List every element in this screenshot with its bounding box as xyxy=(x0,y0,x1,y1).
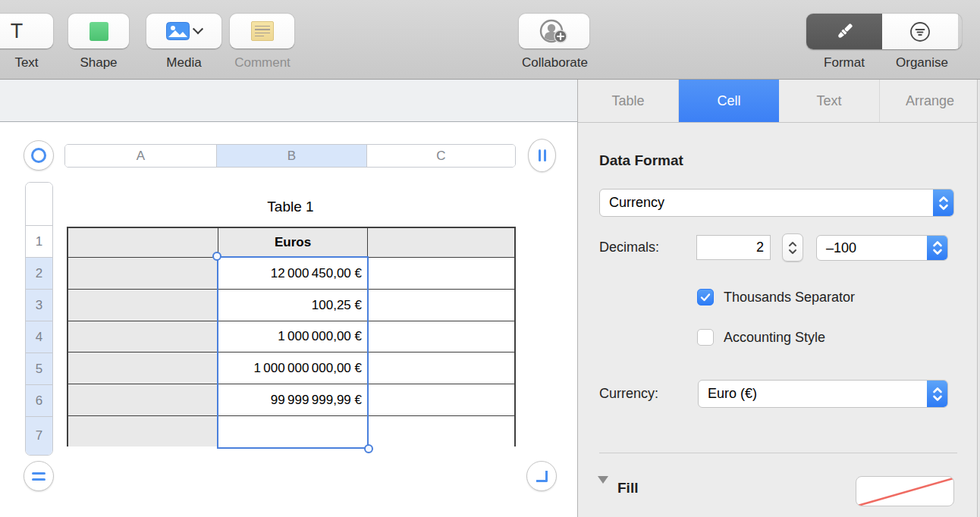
accounting-style-checkbox[interactable] xyxy=(697,329,714,346)
comment-button-label: Comment xyxy=(220,55,305,70)
inspector-tab-bar: Table Cell Text Arrange xyxy=(578,80,980,123)
row-header-bar: 1 2 3 4 5 6 7 xyxy=(25,182,53,456)
cell-a4[interactable] xyxy=(68,321,218,352)
selection-handle-top-left[interactable] xyxy=(212,252,221,261)
row-header-spacer xyxy=(26,183,52,226)
data-format-value: Currency xyxy=(600,195,933,211)
row-header-6[interactable]: 6 xyxy=(26,385,52,417)
format-button[interactable] xyxy=(806,14,882,49)
main-toolbar: T Text Shape Media Comment xyxy=(0,0,980,80)
cell-a5[interactable] xyxy=(68,352,218,384)
cell-b6[interactable]: 99 999 999,99 € xyxy=(218,384,368,416)
column-header-c[interactable]: C xyxy=(367,145,515,167)
decimals-label: Decimals: xyxy=(599,235,659,260)
tab-text[interactable]: Text xyxy=(779,80,880,122)
insert-text-button[interactable]: T xyxy=(0,14,53,49)
cell-a7[interactable] xyxy=(68,416,218,446)
comment-icon xyxy=(251,21,274,41)
row-header-2[interactable]: 2 xyxy=(26,258,52,290)
negative-style-dropdown[interactable]: –100 xyxy=(816,235,948,261)
cell-b5[interactable]: 1 000 000 000,00 € xyxy=(218,352,368,384)
cell-c2[interactable] xyxy=(368,258,514,290)
organise-button[interactable] xyxy=(882,14,958,49)
decimals-input[interactable]: 2 xyxy=(696,235,771,260)
shape-icon xyxy=(90,22,108,41)
tab-cell[interactable]: Cell xyxy=(679,80,779,122)
insert-media-button[interactable] xyxy=(146,14,221,49)
sheet-canvas: A B C 1 2 3 4 5 6 7 Table 1 Euros xyxy=(0,123,577,517)
dropdown-stepper-icon xyxy=(927,381,947,407)
table-handle-button[interactable] xyxy=(24,140,54,171)
window-right-rail xyxy=(977,80,980,517)
accounting-style-label: Accounting Style xyxy=(724,327,825,347)
text-button-label: Text xyxy=(0,55,53,70)
media-icon xyxy=(166,22,190,40)
table-1: Euros 12 000 450,00 € 100,25 € 1 000 000… xyxy=(67,227,516,446)
currency-label: Currency: xyxy=(599,380,658,408)
media-button-label: Media xyxy=(144,55,224,70)
data-format-heading: Data Format xyxy=(599,152,683,169)
toolbar-substrip xyxy=(0,80,577,122)
media-chevron-icon xyxy=(193,24,203,34)
shape-button-label: Shape xyxy=(64,55,133,70)
fill-color-well-no-fill[interactable] xyxy=(856,476,954,506)
organise-button-label: Organise xyxy=(882,55,962,70)
cell-a6[interactable] xyxy=(68,384,218,416)
organise-icon xyxy=(909,20,931,43)
add-column-button[interactable] xyxy=(528,139,556,172)
text-tool-icon: T xyxy=(11,20,24,43)
format-button-label: Format xyxy=(806,55,882,70)
dropdown-stepper-icon xyxy=(933,190,953,216)
cell-c3[interactable] xyxy=(368,290,514,321)
selection-handle-bottom-right[interactable] xyxy=(364,444,373,453)
thousands-separator-checkbox[interactable] xyxy=(697,289,714,306)
cell-c5[interactable] xyxy=(368,352,514,384)
column-bars-icon xyxy=(539,149,541,161)
cell-b2[interactable]: 12 000 450,00 € xyxy=(218,258,368,290)
cell-a2[interactable] xyxy=(68,258,218,290)
column-header-a[interactable]: A xyxy=(65,145,217,167)
cell-b7[interactable] xyxy=(218,416,368,446)
data-format-dropdown[interactable]: Currency xyxy=(599,189,954,217)
disclosure-triangle-icon xyxy=(598,476,608,497)
decimals-stepper[interactable] xyxy=(782,233,803,262)
format-organise-segmented-control xyxy=(806,14,962,49)
cell-b3[interactable]: 100,25 € xyxy=(218,290,368,321)
collaborate-button-label: Collaborate xyxy=(511,55,598,70)
numbers-window: T Text Shape Media Comment xyxy=(0,0,980,517)
currency-dropdown[interactable]: Euro (€) xyxy=(698,380,948,408)
row-header-5[interactable]: 5 xyxy=(26,353,52,385)
row-header-1[interactable]: 1 xyxy=(26,226,52,258)
row-bars-icon xyxy=(32,472,46,481)
cell-c6[interactable] xyxy=(368,384,514,416)
column-header-b-selected[interactable]: B xyxy=(217,145,367,167)
fill-section-label: Fill xyxy=(617,478,638,498)
cell-b1-euros[interactable]: Euros xyxy=(218,228,368,258)
no-fill-icon xyxy=(856,477,954,506)
table-title[interactable]: Table 1 xyxy=(67,199,514,215)
tab-arrange[interactable]: Arrange xyxy=(880,80,980,122)
row-header-7[interactable]: 7 xyxy=(26,417,52,455)
row-header-3[interactable]: 3 xyxy=(26,290,52,321)
cell-a1[interactable] xyxy=(68,228,218,258)
insert-shape-button[interactable] xyxy=(68,14,129,49)
cell-c4[interactable] xyxy=(368,321,514,352)
thousands-separator-label: Thousands Separator xyxy=(724,287,855,307)
collaborate-icon xyxy=(538,18,571,44)
resize-corner-icon xyxy=(536,471,548,482)
dropdown-stepper-icon xyxy=(927,236,947,260)
add-row-button[interactable] xyxy=(24,461,54,491)
fill-disclosure-triangle[interactable] xyxy=(598,484,608,497)
cell-c1[interactable] xyxy=(368,228,514,258)
tab-table[interactable]: Table xyxy=(578,80,679,122)
cell-c7[interactable] xyxy=(368,416,514,446)
table-resize-button[interactable] xyxy=(526,461,557,491)
cell-a3[interactable] xyxy=(68,290,218,321)
row-header-4[interactable]: 4 xyxy=(26,321,52,353)
cell-b4[interactable]: 1 000 000,00 € xyxy=(218,321,368,352)
collaborate-button[interactable] xyxy=(519,14,589,49)
checkmark-icon xyxy=(699,291,711,303)
column-header-bar: A B C xyxy=(64,144,516,168)
comment-button[interactable] xyxy=(230,14,294,49)
format-inspector-panel: Table Cell Text Arrange Data Format Curr… xyxy=(578,80,980,517)
